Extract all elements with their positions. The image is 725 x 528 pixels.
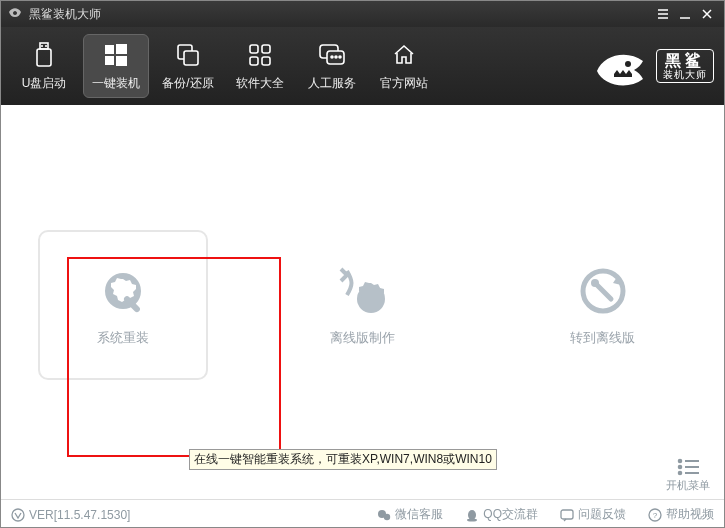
svg-point-16 <box>331 56 333 58</box>
nav-label: 一键装机 <box>92 75 140 92</box>
option-label: 转到离线版 <box>570 329 635 347</box>
apps-icon <box>246 41 274 69</box>
svg-point-26 <box>679 460 682 463</box>
main-area: 系统重装 离线版制作 转到离线版 在线一键智能重装系统，可重装XP,WIN7,W… <box>1 105 724 499</box>
help-icon: ? <box>648 508 662 522</box>
nav-usb-boot[interactable]: U盘启动 <box>11 34 77 98</box>
option-label: 系统重装 <box>97 329 149 347</box>
app-title: 黑鲨装机大师 <box>29 6 101 23</box>
brand-sub: 装机大师 <box>663 69 707 80</box>
svg-rect-13 <box>262 57 270 65</box>
svg-rect-10 <box>250 45 258 53</box>
nav-label: 备份/还原 <box>162 75 213 92</box>
svg-point-20 <box>118 286 128 296</box>
boot-menu-button[interactable]: 开机菜单 <box>666 458 710 493</box>
statusbar: VER[11.5.47.1530] 微信客服 QQ交流群 问题反馈 ? 帮助视频 <box>1 499 724 528</box>
nav-backup-restore[interactable]: 备份/还原 <box>155 34 221 98</box>
nav-software[interactable]: 软件大全 <box>227 34 293 98</box>
usb-icon <box>30 41 58 69</box>
boot-menu-label: 开机菜单 <box>666 478 710 493</box>
gear-wrench-icon <box>95 263 151 319</box>
version-icon <box>11 508 25 522</box>
nav-label: U盘启动 <box>22 75 67 92</box>
chat-icon <box>318 41 346 69</box>
option-system-reinstall[interactable]: 系统重装 <box>38 230 208 380</box>
app-icon <box>7 6 23 22</box>
wechat-icon <box>377 508 391 522</box>
svg-point-19 <box>625 61 631 67</box>
sb-feedback[interactable]: 问题反馈 <box>560 506 626 523</box>
svg-rect-37 <box>561 510 573 519</box>
nav-label: 软件大全 <box>236 75 284 92</box>
clone-icon <box>174 41 202 69</box>
nav-support[interactable]: 人工服务 <box>299 34 365 98</box>
option-go-offline[interactable]: 转到离线版 <box>518 230 688 380</box>
svg-rect-4 <box>105 45 114 54</box>
svg-text:?: ? <box>653 511 658 520</box>
nav-label: 官方网站 <box>380 75 428 92</box>
svg-rect-7 <box>116 56 127 66</box>
settings-icon[interactable] <box>652 3 674 25</box>
brand: 黑鲨 装机大师 <box>592 46 714 86</box>
qq-icon <box>465 508 479 522</box>
svg-point-18 <box>339 56 341 58</box>
svg-point-36 <box>467 518 477 521</box>
option-label: 离线版制作 <box>330 329 395 347</box>
sb-wechat[interactable]: 微信客服 <box>377 506 443 523</box>
close-button[interactable] <box>696 3 718 25</box>
svg-rect-0 <box>37 49 51 66</box>
feedback-icon <box>560 508 574 522</box>
svg-point-34 <box>384 513 390 519</box>
tooltip: 在线一键智能重装系统，可重装XP,WIN7,WIN8或WIN10 <box>189 449 497 470</box>
toolbar: U盘启动 一键装机 备份/还原 软件大全 人工服务 官方网站 黑鲨 <box>1 27 724 105</box>
version-label: VER[11.5.47.1530] <box>11 508 130 522</box>
nav-label: 人工服务 <box>308 75 356 92</box>
svg-point-30 <box>679 472 682 475</box>
svg-point-25 <box>591 279 599 287</box>
sb-help[interactable]: ? 帮助视频 <box>648 506 714 523</box>
svg-point-28 <box>679 466 682 469</box>
sb-qq[interactable]: QQ交流群 <box>465 506 538 523</box>
home-icon <box>390 41 418 69</box>
refresh-wrench-icon <box>575 263 631 319</box>
list-icon <box>677 458 699 476</box>
shark-logo-icon <box>592 46 648 86</box>
svg-point-17 <box>335 56 337 58</box>
svg-rect-12 <box>250 57 258 65</box>
minimize-button[interactable] <box>674 3 696 25</box>
svg-rect-5 <box>116 44 127 54</box>
windows-icon <box>102 41 130 69</box>
nav-website[interactable]: 官方网站 <box>371 34 437 98</box>
svg-rect-11 <box>262 45 270 53</box>
offline-gear-icon <box>335 263 391 319</box>
brand-name: 黑鲨 <box>665 52 705 70</box>
svg-rect-9 <box>184 51 198 65</box>
titlebar: 黑鲨装机大师 <box>1 1 724 27</box>
nav-one-click-install[interactable]: 一键装机 <box>83 34 149 98</box>
option-offline-maker[interactable]: 离线版制作 <box>278 230 448 380</box>
svg-rect-6 <box>105 56 114 65</box>
